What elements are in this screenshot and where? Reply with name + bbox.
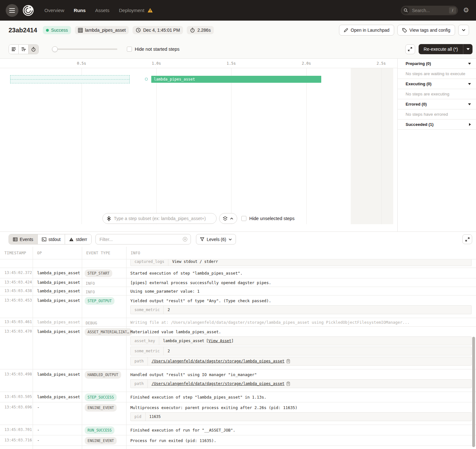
table-row[interactable]: 13:45:03.424 lambda_pipes_asset INFO [pi…: [0, 278, 476, 287]
copy-icon[interactable]: [286, 359, 290, 363]
levels-dropdown[interactable]: Levels (6): [196, 234, 236, 244]
duration-tag: 2.286s: [187, 26, 214, 34]
dagster-run-page: Overview Runs Assets Deployment / ⚙ 23a: [0, 0, 476, 449]
hamburger-menu-icon[interactable]: [6, 4, 18, 17]
table-row[interactable]: 13:45:02.372 lambda_pipes_asset STEP_STA…: [0, 268, 476, 278]
nav-assets[interactable]: Assets: [95, 8, 109, 13]
hide-unselected-wrap: Hide unselected steps: [241, 216, 295, 221]
warning-triangle-icon: [69, 238, 74, 241]
nav-deployment[interactable]: Deployment: [119, 8, 144, 13]
table-row[interactable]: 13:45:03.453 lambda_pipes_asset STEP_OUT…: [0, 296, 476, 318]
run-header-band: 23ab2414 Success lambda_pipes_asset Dec …: [0, 21, 476, 59]
open-in-launchpad-button[interactable]: Open in Launchpad: [339, 25, 394, 36]
metadata-entry: asset_key lambda_pipes_asset [View Asset…: [130, 336, 472, 345]
axis-tick: 2.0s: [302, 61, 311, 66]
chevron-down-icon: [229, 238, 232, 240]
event-type-badge: STEP_START: [85, 270, 112, 277]
view-tags-config-button[interactable]: View tags and config: [397, 25, 455, 36]
funnel-icon: [200, 237, 204, 241]
axis-tick: 1.5s: [227, 61, 236, 66]
column-divider: [82, 247, 82, 449]
topnav-right: / ⚙: [401, 6, 469, 15]
section-succeeded[interactable]: Succeeded (1): [398, 120, 476, 130]
view-asset-link[interactable]: View Asset: [208, 339, 231, 343]
view-flat-icon[interactable]: [9, 45, 19, 54]
gantt-gridline: [82, 68, 82, 224]
log-filter-input[interactable]: [100, 237, 183, 242]
hide-unselected-checkbox[interactable]: [241, 216, 246, 221]
copy-icon[interactable]: [286, 381, 290, 386]
section-errored[interactable]: Errored (0): [398, 99, 476, 109]
tab-stderr[interactable]: stderr: [65, 234, 91, 244]
table-scrollbar[interactable]: [472, 337, 475, 447]
search-input[interactable]: [412, 8, 449, 13]
event-type-badge: ASSET_MATERIALIZAT…: [85, 328, 132, 336]
clock-icon: [136, 28, 141, 33]
top-nav: Overview Runs Assets Deployment / ⚙: [0, 0, 476, 21]
tab-stdout[interactable]: stdout: [38, 234, 65, 244]
path-link[interactable]: /Users/alangenfeld/data/dagster/storage/…: [152, 359, 284, 363]
section-preparing-empty: No steps are waiting to execute: [398, 69, 476, 79]
search-bar[interactable]: /: [401, 6, 458, 15]
table-row[interactable]: 13:45:03.438 lambda_pipes_asset INFO Usi…: [0, 287, 476, 296]
logs-fullscreen-button[interactable]: [462, 234, 472, 244]
settings-gear-icon[interactable]: ⚙: [463, 7, 469, 14]
run-header-actions: Open in Launchpad View tags and config: [339, 25, 469, 36]
view-waterfall-icon[interactable]: [19, 45, 29, 54]
event-type-badge: STEP_SUCCESS: [85, 394, 117, 401]
gantt-fullscreen-button[interactable]: [405, 44, 415, 54]
layers-toggle-button[interactable]: [219, 213, 237, 224]
search-icon: [402, 7, 409, 14]
clear-filter-icon[interactable]: [183, 237, 187, 242]
gantt-gridline: [156, 68, 157, 224]
gantt-step-bar[interactable]: lambda_pipes_asset: [151, 76, 321, 83]
event-type-badge: HANDLED_OUTPUT: [85, 371, 121, 379]
chevron-down-icon: [468, 63, 471, 65]
table-row[interactable]: 13:45:03.470 lambda_pipes_asset ASSET_MA…: [0, 327, 476, 369]
zoom-slider[interactable]: [52, 46, 117, 52]
view-timing-icon[interactable]: [29, 45, 38, 54]
zoom-slider-handle[interactable]: [52, 46, 58, 52]
dagster-logo-icon[interactable]: [22, 4, 35, 17]
table-header: TIMESTAMP OP EVENT TYPE INFO: [0, 247, 476, 259]
metadata-entry: some_metric 2: [130, 347, 472, 355]
section-preparing[interactable]: Preparing (0): [398, 59, 476, 69]
gantt-view-toggle: [9, 44, 39, 54]
axis-tick: 2.5s: [377, 61, 386, 66]
table-row-empty: [0, 446, 476, 449]
table-row[interactable]: 13:45:03.461 lambda_pipes_asset DEBUG Wr…: [0, 318, 476, 327]
op-selector-icon: [107, 216, 111, 221]
hide-not-started-checkbox[interactable]: [127, 47, 132, 52]
event-type-label: INFO: [85, 280, 95, 286]
col-op: OP: [33, 251, 82, 255]
nav-runs[interactable]: Runs: [74, 8, 86, 13]
gantt-waiting-box: [10, 75, 130, 83]
metadata-entry: pid 11635: [130, 412, 472, 421]
path-link[interactable]: /Users/alangenfeld/data/dagster/storage/…: [152, 381, 284, 386]
hide-not-started-label: Hide not started steps: [135, 47, 179, 52]
stopwatch-icon: [190, 28, 195, 33]
reexecute-dropdown-button[interactable]: [463, 44, 473, 54]
event-type-label: INFO: [85, 289, 95, 294]
table-row[interactable]: 13:45:03.498 lambda_pipes_asset HANDLED_…: [0, 369, 476, 392]
captured-logs-link[interactable]: View stdout / stderr: [172, 259, 218, 264]
job-tag[interactable]: lambda_pipes_asset: [75, 26, 129, 34]
terminal-icon: [42, 238, 46, 241]
log-filter-wrap: [95, 234, 191, 244]
gantt-gridline: [381, 68, 381, 224]
metadata-entry: path /Users/alangenfeld/data/dagster/sto…: [130, 357, 472, 366]
nav-overview[interactable]: Overview: [44, 8, 64, 13]
reexecute-all-button[interactable]: Re-execute all (*): [419, 44, 463, 54]
section-executing[interactable]: Executing (0): [398, 79, 476, 89]
table-row[interactable]: 13:45:03.505 lambda_pipes_asset STEP_SUC…: [0, 392, 476, 402]
metadata-entry: path /Users/alangenfeld/data/dagster/sto…: [130, 379, 472, 388]
step-subset-input[interactable]: [114, 216, 212, 221]
table-row[interactable]: 13:45:03.696 - ENGINE_EVENT Multiprocess…: [0, 402, 476, 425]
column-divider: [126, 247, 127, 449]
chevron-down-icon: [468, 83, 471, 85]
tab-events[interactable]: Events: [9, 234, 38, 244]
gantt-gridline: [306, 68, 307, 224]
table-row[interactable]: 13:45:03.716 - ENGINE_EVENT Process for …: [0, 435, 476, 446]
run-header-more-button[interactable]: [458, 25, 469, 36]
table-row[interactable]: 13:45:03.701 - RUN_SUCCESS Finished exec…: [0, 425, 476, 435]
